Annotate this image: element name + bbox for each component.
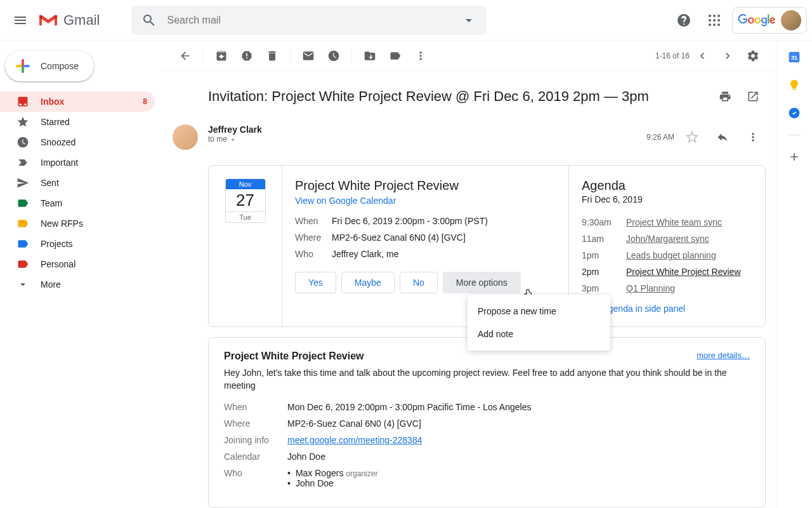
snooze-button[interactable] bbox=[321, 43, 346, 69]
nav-label: Inbox bbox=[41, 97, 64, 107]
sidebar-item-inbox[interactable]: Inbox 8 bbox=[0, 91, 155, 112]
agenda-time: 11am bbox=[582, 234, 626, 244]
next-page-button[interactable] bbox=[715, 43, 740, 69]
dropdown-icon bbox=[461, 13, 476, 28]
search-bar[interactable] bbox=[131, 6, 487, 35]
details-joining-label: Joining info bbox=[224, 435, 287, 445]
sidebar-item-team[interactable]: Team bbox=[0, 193, 155, 213]
archive-icon bbox=[215, 50, 228, 62]
details-description: Hey John, let's take this time and talk … bbox=[224, 367, 750, 392]
label-icon bbox=[16, 217, 29, 230]
sidebar-item-sent[interactable]: Sent bbox=[0, 173, 155, 193]
compose-button[interactable]: Compose bbox=[5, 51, 94, 81]
nav-label: More bbox=[41, 279, 61, 290]
nav-label: Projects bbox=[41, 239, 73, 249]
calendar-app-button[interactable]: 31 bbox=[788, 51, 801, 64]
chevron-down-icon bbox=[229, 136, 237, 144]
keep-app-button[interactable] bbox=[788, 79, 801, 91]
archive-button[interactable] bbox=[209, 43, 234, 69]
more-vert-icon bbox=[414, 50, 427, 62]
reply-button[interactable] bbox=[710, 124, 735, 150]
agenda-item[interactable]: 1pmLeads budget planning bbox=[582, 250, 752, 260]
calendar-invite-card: Nov 27 Tue Project White Project Review … bbox=[208, 165, 766, 327]
popout-button[interactable] bbox=[740, 84, 766, 109]
chevron-down-icon bbox=[16, 278, 29, 291]
toolbar: 1-16 of 16 bbox=[162, 41, 776, 71]
propose-time-option[interactable]: Propose a new time bbox=[468, 300, 610, 323]
sender-to[interactable]: to me bbox=[208, 135, 646, 144]
agenda-event-link[interactable]: John/Margarent sync bbox=[626, 234, 709, 244]
sidebar-item-more[interactable]: More bbox=[0, 274, 155, 295]
help-icon bbox=[676, 13, 691, 28]
print-icon bbox=[719, 90, 731, 103]
message-more-button[interactable] bbox=[740, 124, 766, 150]
delete-button[interactable] bbox=[259, 43, 285, 69]
more-details-link[interactable]: more details… bbox=[697, 351, 750, 362]
gmail-logo[interactable]: Gmail bbox=[38, 12, 100, 29]
sender-row: Jeffrey Clark to me 9:26 AM bbox=[208, 124, 766, 150]
details-where-value: MP2-6-Suez Canal 6N0 (4) [GVC] bbox=[287, 418, 421, 429]
who-value: Jeffrey Clark, me bbox=[332, 249, 399, 259]
agenda-event-link[interactable]: Project White team sync bbox=[626, 217, 722, 227]
apps-button[interactable] bbox=[702, 8, 727, 33]
email-subject: Invitation: Project White Project Review… bbox=[208, 88, 649, 105]
joining-link[interactable]: meet.google.com/meeting-228384 bbox=[287, 435, 422, 445]
chevron-right-icon bbox=[721, 50, 734, 62]
labels-button[interactable] bbox=[383, 43, 408, 69]
date-block: Nov 27 Tue bbox=[225, 178, 266, 223]
calendar-icon: 31 bbox=[788, 51, 801, 64]
email-view: Invitation: Project White Project Review… bbox=[162, 71, 776, 508]
rsvp-more-button[interactable]: More options bbox=[443, 272, 521, 293]
star-button[interactable] bbox=[679, 124, 705, 150]
tasks-app-button[interactable] bbox=[788, 107, 801, 119]
agenda-item[interactable]: 3pmQ1 Planning bbox=[582, 283, 752, 293]
search-input[interactable] bbox=[162, 15, 456, 26]
settings-button[interactable] bbox=[740, 43, 766, 69]
label-icon bbox=[16, 237, 29, 250]
sidebar-item-personal[interactable]: Personal bbox=[0, 254, 155, 274]
back-button[interactable] bbox=[173, 43, 198, 69]
account-button[interactable] bbox=[732, 7, 807, 34]
rsvp-yes-button[interactable]: Yes bbox=[295, 272, 336, 293]
rsvp-no-button[interactable]: No bbox=[400, 272, 438, 293]
agenda-item[interactable]: 2pmProject White Project Review bbox=[582, 267, 752, 277]
search-options-button[interactable] bbox=[456, 8, 481, 33]
print-button[interactable] bbox=[712, 84, 738, 109]
add-note-option[interactable]: Add note bbox=[468, 323, 610, 345]
sidebar-item-projects[interactable]: Projects bbox=[0, 234, 155, 254]
sidebar-item-snoozed[interactable]: Snoozed bbox=[0, 132, 155, 152]
agenda-event-link[interactable]: Leads budget planning bbox=[626, 250, 716, 260]
date-month: Nov bbox=[226, 179, 265, 189]
mark-unread-button[interactable] bbox=[296, 43, 321, 69]
agenda-event-link[interactable]: Project White Project Review bbox=[626, 267, 741, 277]
agenda-item[interactable]: 9:30amProject White team sync bbox=[582, 217, 752, 227]
sidebar: Compose Inbox 8 Starred Snoozed Importan… bbox=[0, 41, 162, 508]
svg-text:31: 31 bbox=[791, 55, 797, 61]
details-when-label: When bbox=[224, 402, 287, 412]
add-app-button[interactable] bbox=[788, 150, 801, 163]
spam-button[interactable] bbox=[234, 43, 259, 69]
svg-point-2 bbox=[717, 15, 720, 17]
nav-label: Sent bbox=[41, 178, 59, 188]
sidebar-item-newrfps[interactable]: New RFPs bbox=[0, 213, 155, 234]
agenda-item[interactable]: 11amJohn/Margarent sync bbox=[582, 234, 752, 244]
sidebar-item-starred[interactable]: Starred bbox=[0, 112, 155, 132]
header: Gmail bbox=[0, 0, 812, 41]
email-time: 9:26 AM bbox=[646, 133, 674, 142]
tasks-icon bbox=[788, 107, 801, 119]
support-button[interactable] bbox=[671, 8, 697, 33]
more-button[interactable] bbox=[408, 43, 433, 69]
prev-page-button[interactable] bbox=[690, 43, 715, 69]
view-calendar-link[interactable]: View on Google Calendar bbox=[295, 196, 556, 206]
where-label: Where bbox=[295, 232, 332, 243]
mail-icon bbox=[302, 50, 315, 62]
move-button[interactable] bbox=[357, 43, 383, 69]
search-icon-button[interactable] bbox=[136, 8, 162, 33]
details-who-label: Who bbox=[224, 468, 287, 488]
label-icon bbox=[389, 50, 402, 62]
main-menu-button[interactable] bbox=[5, 5, 36, 36]
sidebar-item-important[interactable]: Important bbox=[0, 152, 155, 173]
rsvp-maybe-button[interactable]: Maybe bbox=[341, 272, 395, 293]
agenda-time: 3pm bbox=[582, 283, 626, 293]
agenda-event-link[interactable]: Q1 Planning bbox=[626, 283, 675, 293]
